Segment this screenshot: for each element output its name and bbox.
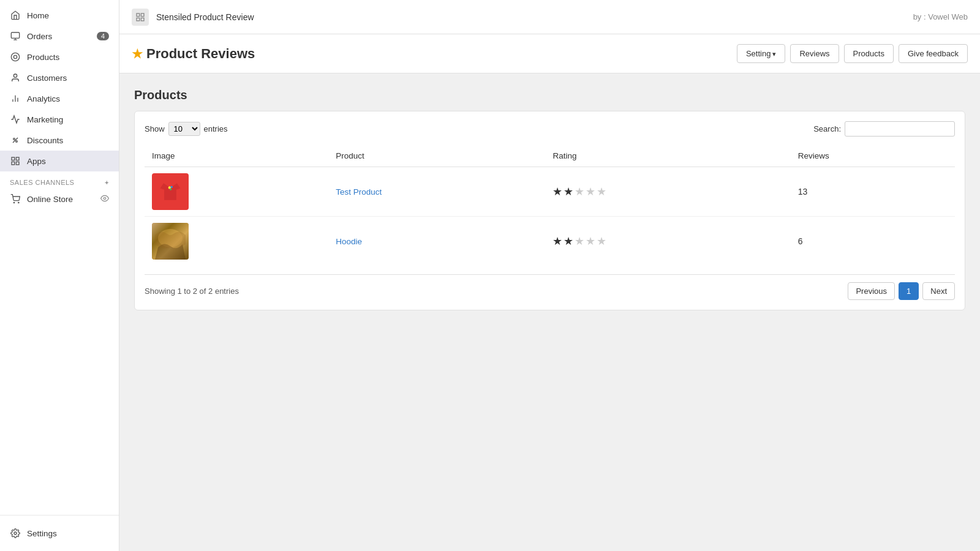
- topbar: Stensiled Product Review by : Vowel Web: [119, 0, 980, 34]
- svg-point-27: [170, 189, 172, 190]
- star-1-3: ★: [575, 185, 584, 198]
- reviews-count-1: 13: [798, 187, 808, 197]
- col-reviews: Reviews: [791, 145, 955, 167]
- main-content: Stensiled Product Review by : Vowel Web …: [119, 0, 980, 551]
- apps-icon: [10, 156, 21, 167]
- next-button[interactable]: Next: [922, 282, 955, 300]
- search-input[interactable]: [845, 121, 955, 137]
- svg-point-5: [13, 74, 17, 77]
- products-button[interactable]: Products: [844, 44, 894, 63]
- sidebar-item-apps-label: Apps: [27, 157, 46, 166]
- reviews-count-2: 6: [798, 236, 803, 246]
- marketing-icon: [10, 114, 21, 125]
- table-body: Test Product ★ ★ ★ ★ ★ 1: [145, 167, 955, 266]
- home-icon: [10, 10, 21, 21]
- product-rating-cell-1: ★ ★ ★ ★ ★: [545, 167, 790, 217]
- sidebar-item-apps[interactable]: Apps: [0, 151, 119, 171]
- reviews-button[interactable]: Reviews: [790, 44, 839, 63]
- table-row: Test Product ★ ★ ★ ★ ★ 1: [145, 167, 955, 217]
- rating-stars-2: ★ ★ ★ ★ ★: [552, 234, 783, 248]
- discounts-icon: [10, 135, 21, 146]
- col-image: Image: [145, 145, 328, 167]
- svg-rect-0: [11, 32, 19, 38]
- customers-icon: [10, 72, 21, 83]
- table-head: Image Product Rating Reviews: [145, 145, 955, 167]
- svg-rect-24: [168, 181, 173, 186]
- sidebar-item-analytics-label: Analytics: [27, 94, 60, 103]
- svg-rect-12: [12, 157, 15, 160]
- sidebar-item-settings[interactable]: Settings: [10, 523, 109, 544]
- page-1-button[interactable]: 1: [899, 282, 919, 300]
- product-name-cell-1: Test Product: [328, 167, 545, 217]
- sidebar-item-online-store[interactable]: Online Store: [0, 189, 119, 209]
- sidebar-item-home[interactable]: Home: [0, 5, 119, 26]
- product-image-cell: [145, 167, 328, 217]
- previous-button[interactable]: Previous: [848, 282, 895, 300]
- svg-point-19: [14, 532, 17, 534]
- page-title-text: Product Reviews: [146, 46, 255, 62]
- online-store-icon: [10, 193, 21, 204]
- pagination: Previous 1 Next: [848, 282, 955, 300]
- sidebar-item-customers-label: Customers: [27, 73, 67, 83]
- star-2-1: ★: [552, 234, 562, 248]
- star-2-4: ★: [586, 234, 595, 248]
- svg-point-26: [171, 186, 173, 188]
- entries-select[interactable]: 10 25 50 100: [168, 122, 200, 136]
- rating-stars-1: ★ ★ ★ ★ ★: [552, 185, 783, 198]
- sales-channels-section: SALES CHANNELS +: [0, 171, 119, 189]
- app-by: by : Vowel Web: [913, 12, 968, 21]
- svg-rect-14: [12, 162, 15, 165]
- svg-rect-23: [141, 18, 144, 21]
- orders-badge: 4: [97, 32, 109, 40]
- sidebar-item-orders-label: Orders: [27, 32, 52, 41]
- topbar-right: by : Vowel Web: [913, 12, 968, 21]
- col-product: Product: [328, 145, 545, 167]
- sidebar-item-analytics[interactable]: Analytics: [0, 88, 119, 109]
- sidebar-item-home-label: Home: [27, 11, 49, 20]
- table-footer: Showing 1 to 2 of 2 entries Previous 1 N…: [145, 274, 955, 300]
- svg-point-3: [11, 53, 19, 61]
- sidebar-bottom: Settings: [0, 515, 119, 551]
- products-table: Image Product Rating Reviews: [145, 145, 955, 266]
- svg-rect-20: [137, 13, 140, 17]
- sidebar-item-orders[interactable]: Orders 4: [0, 26, 119, 47]
- add-sales-channel-icon[interactable]: +: [105, 179, 109, 186]
- header-buttons: Setting Reviews Products Give feedback: [737, 44, 968, 63]
- svg-rect-21: [141, 13, 144, 17]
- give-feedback-button[interactable]: Give feedback: [899, 44, 968, 63]
- sidebar-item-customers[interactable]: Customers: [0, 67, 119, 88]
- online-store-visibility-icon[interactable]: [100, 194, 109, 204]
- app-icon: [132, 9, 149, 26]
- settings-icon: [10, 528, 21, 539]
- product-image-hoodie: [152, 223, 189, 260]
- svg-rect-22: [137, 18, 140, 21]
- search-label: Search:: [813, 124, 841, 133]
- product-link-1[interactable]: Test Product: [336, 187, 382, 197]
- products-icon: [10, 51, 21, 62]
- settings-label: Settings: [27, 529, 57, 538]
- sidebar-item-products[interactable]: Products: [0, 47, 119, 67]
- table-row: Hoodie ★ ★ ★ ★ ★ 6: [145, 217, 955, 266]
- setting-button[interactable]: Setting: [737, 44, 786, 63]
- products-section-title: Products: [134, 88, 965, 102]
- sidebar-item-marketing-label: Marketing: [27, 115, 63, 124]
- sidebar-item-marketing[interactable]: Marketing: [0, 109, 119, 130]
- online-store-label: Online Store: [27, 195, 73, 204]
- star-2-3: ★: [575, 234, 584, 248]
- products-table-container: Show 10 25 50 100 entries Search:: [134, 111, 965, 310]
- svg-rect-15: [16, 162, 19, 165]
- orders-icon: [10, 31, 21, 42]
- product-reviews-cell-1: 13: [791, 167, 955, 217]
- page-title: ★ Product Reviews: [132, 46, 255, 62]
- svg-point-4: [13, 55, 17, 58]
- star-1-4: ★: [586, 185, 595, 198]
- sidebar-item-discounts[interactable]: Discounts: [0, 130, 119, 151]
- col-rating: Rating: [545, 145, 790, 167]
- star-1-1: ★: [552, 185, 562, 198]
- search-box: Search:: [813, 121, 955, 137]
- star-2-5: ★: [597, 234, 606, 248]
- product-link-2[interactable]: Hoodie: [336, 237, 362, 246]
- product-image-cell-2: [145, 217, 328, 266]
- sidebar-item-products-label: Products: [27, 53, 59, 62]
- svg-point-10: [16, 141, 18, 143]
